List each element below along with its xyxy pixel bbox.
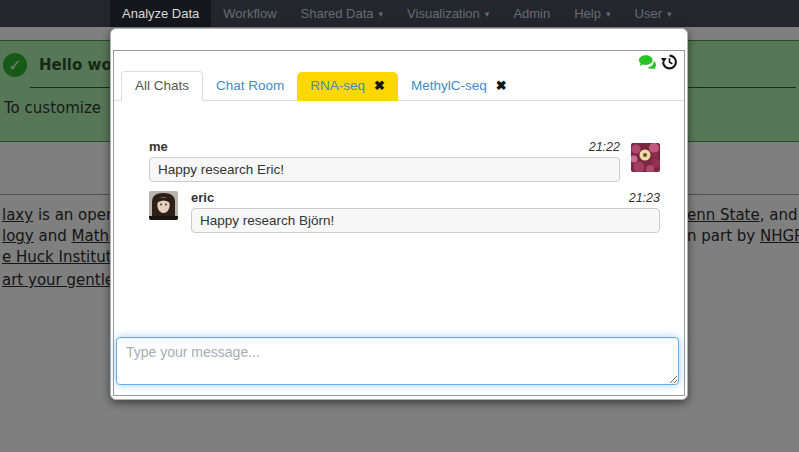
masthead-navbar: Analyze Data Workflow Shared Data▾ Visua… (0, 0, 799, 27)
chevron-down-icon: ▾ (485, 10, 490, 19)
nav-item-admin[interactable]: Admin (501, 0, 562, 27)
close-tab-icon[interactable]: ✖ (374, 78, 385, 94)
comments-icon[interactable] (639, 55, 656, 69)
chat-modal: All Chats Chat Room RNA-seq✖ MethylC-seq… (110, 28, 688, 400)
chevron-down-icon: ▾ (379, 10, 384, 19)
nav-item-visualization[interactable]: Visualization▾ (395, 0, 501, 27)
message-list: me 21:22 Happy research Eric! (149, 139, 660, 233)
message-timestamp: 21:22 (589, 140, 620, 154)
close-tab-icon[interactable]: ✖ (496, 78, 507, 94)
chat-tabs: All Chats Chat Room RNA-seq✖ MethylC-seq… (114, 71, 684, 101)
tab-all-chats[interactable]: All Chats (121, 71, 203, 101)
avatar-eric (149, 191, 178, 220)
history-icon[interactable] (661, 54, 677, 70)
message-bubble: Happy research Eric! (149, 157, 620, 182)
nav-item-user[interactable]: User▾ (623, 0, 684, 27)
tab-methylc-seq[interactable]: MethylC-seq✖ (398, 72, 520, 100)
chevron-down-icon: ▾ (606, 10, 611, 19)
chat-message: me 21:22 Happy research Eric! (149, 139, 660, 182)
chat-message: eric 21:23 Happy research Björn! (149, 190, 660, 233)
avatar-me (631, 143, 660, 172)
nav-item-shared-data[interactable]: Shared Data▾ (289, 0, 396, 27)
message-username: me (149, 139, 168, 154)
message-bubble: Happy research Björn! (191, 208, 660, 233)
nav-item-analyze-data[interactable]: Analyze Data (110, 0, 211, 27)
message-username: eric (191, 190, 214, 205)
message-timestamp: 21:23 (629, 191, 660, 205)
nav-item-workflow[interactable]: Workflow (211, 0, 288, 27)
nav-item-help[interactable]: Help▾ (562, 0, 622, 27)
tab-rna-seq[interactable]: RNA-seq✖ (297, 72, 398, 101)
tab-chat-room[interactable]: Chat Room (203, 72, 297, 100)
chat-panel: All Chats Chat Room RNA-seq✖ MethylC-seq… (113, 50, 685, 396)
chevron-down-icon: ▾ (667, 10, 672, 19)
message-input[interactable] (116, 337, 679, 385)
